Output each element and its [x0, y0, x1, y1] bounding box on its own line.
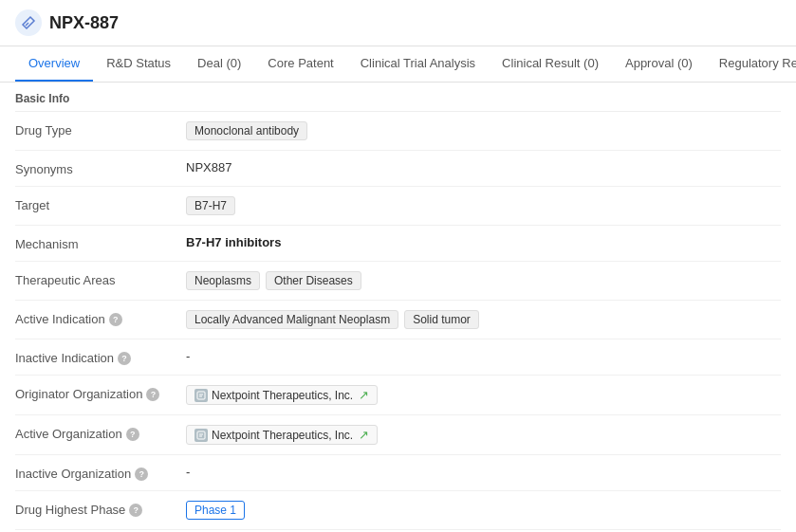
indication-tag-solid-tumor[interactable]: Solid tumor — [404, 310, 479, 329]
nav-tabs: Overview R&D Status Deal (0) Core Patent… — [0, 46, 796, 83]
value-inactive-indication: - — [186, 349, 781, 363]
tab-rd-status[interactable]: R&D Status — [93, 46, 184, 82]
row-active-organization: Active Organization ? Nextpoint Therapeu… — [15, 415, 781, 455]
label-target: Target — [15, 196, 186, 212]
tab-regulatory-review[interactable]: Regulatory Review (0) — [706, 46, 796, 82]
label-drug-highest-phase: Drug Highest Phase ? — [15, 501, 186, 517]
therapeutic-tag-other-diseases[interactable]: Other Diseases — [266, 271, 361, 290]
help-drug-phase-icon[interactable]: ? — [129, 504, 142, 517]
label-therapeutic-areas: Therapeutic Areas — [15, 271, 186, 287]
active-org-tag[interactable]: Nextpoint Therapeutics, Inc. ↗ — [186, 425, 378, 445]
originator-org-link-icon[interactable]: ↗ — [359, 388, 369, 402]
row-inactive-indication: Inactive Indication ? - — [15, 339, 781, 376]
tab-overview[interactable]: Overview — [15, 46, 93, 82]
originator-org-tag[interactable]: Nextpoint Therapeutics, Inc. ↗ — [186, 385, 378, 405]
indication-tag-locally-advanced[interactable]: Locally Advanced Malignant Neoplasm — [186, 310, 398, 329]
active-org-link-icon[interactable]: ↗ — [359, 428, 369, 442]
value-therapeutic-areas: Neoplasms Other Diseases — [186, 271, 781, 290]
tab-deal[interactable]: Deal (0) — [184, 46, 254, 82]
row-inactive-organization: Inactive Organization ? - — [15, 455, 781, 491]
active-org-doc-icon — [194, 429, 208, 442]
svg-rect-3 — [197, 431, 205, 439]
label-active-indication: Active Indication ? — [15, 310, 186, 326]
row-therapeutic-areas: Therapeutic Areas Neoplasms Other Diseas… — [15, 262, 781, 301]
tab-clinical-result[interactable]: Clinical Result (0) — [489, 46, 612, 82]
row-drug-type: Drug Type Monoclonal antibody — [15, 112, 781, 151]
tab-core-patent[interactable]: Core Patent — [254, 46, 346, 82]
originator-org-name: Nextpoint Therapeutics, Inc. — [212, 389, 353, 402]
row-synonyms: Synonyms NPX887 — [15, 151, 781, 187]
org-doc-icon — [194, 389, 208, 402]
page-header: NPX-887 — [0, 0, 796, 46]
svg-rect-0 — [197, 392, 205, 399]
drug-type-tag: Monoclonal antibody — [186, 121, 307, 140]
drug-title: NPX-887 — [49, 13, 119, 33]
value-inactive-organization: - — [186, 465, 781, 479]
value-drug-type: Monoclonal antibody — [186, 121, 781, 140]
label-originator-organization: Originator Organization ? — [15, 385, 186, 401]
value-target: B7-H7 — [186, 196, 781, 215]
value-originator-organization: Nextpoint Therapeutics, Inc. ↗ — [186, 385, 781, 405]
tab-approval[interactable]: Approval (0) — [612, 46, 706, 82]
row-originator-organization: Originator Organization ? Nextpoint Ther… — [15, 376, 781, 415]
help-active-indication-icon[interactable]: ? — [109, 313, 122, 326]
value-mechanism: B7-H7 inhibitors — [186, 235, 781, 249]
row-drug-highest-phase: Drug Highest Phase ? Phase 1 — [15, 491, 781, 530]
row-mechanism: Mechanism B7-H7 inhibitors — [15, 226, 781, 262]
label-inactive-organization: Inactive Organization ? — [15, 465, 186, 481]
drug-icon — [15, 9, 42, 36]
section-basic-info: Basic Info — [15, 83, 781, 112]
help-active-org-icon[interactable]: ? — [126, 428, 139, 441]
help-inactive-org-icon[interactable]: ? — [135, 468, 148, 481]
tab-clinical-trial[interactable]: Clinical Trial Analysis — [347, 46, 489, 82]
label-active-organization: Active Organization ? — [15, 425, 186, 441]
target-tag[interactable]: B7-H7 — [186, 196, 235, 215]
value-active-organization: Nextpoint Therapeutics, Inc. ↗ — [186, 425, 781, 445]
row-target: Target B7-H7 — [15, 187, 781, 226]
label-inactive-indication: Inactive Indication ? — [15, 349, 186, 365]
phase-tag: Phase 1 — [186, 501, 245, 520]
help-originator-org-icon[interactable]: ? — [146, 388, 159, 401]
label-synonyms: Synonyms — [15, 160, 186, 176]
row-active-indication: Active Indication ? Locally Advanced Mal… — [15, 301, 781, 339]
therapeutic-tag-neoplasms[interactable]: Neoplasms — [186, 271, 260, 290]
value-active-indication: Locally Advanced Malignant Neoplasm Soli… — [186, 310, 781, 329]
help-inactive-indication-icon[interactable]: ? — [118, 352, 131, 365]
content-area: Basic Info Drug Type Monoclonal antibody… — [0, 83, 796, 532]
label-drug-type: Drug Type — [15, 121, 186, 138]
label-mechanism: Mechanism — [15, 235, 186, 251]
value-synonyms: NPX887 — [186, 160, 781, 174]
active-org-name: Nextpoint Therapeutics, Inc. — [212, 429, 353, 442]
value-drug-highest-phase: Phase 1 — [186, 501, 781, 520]
